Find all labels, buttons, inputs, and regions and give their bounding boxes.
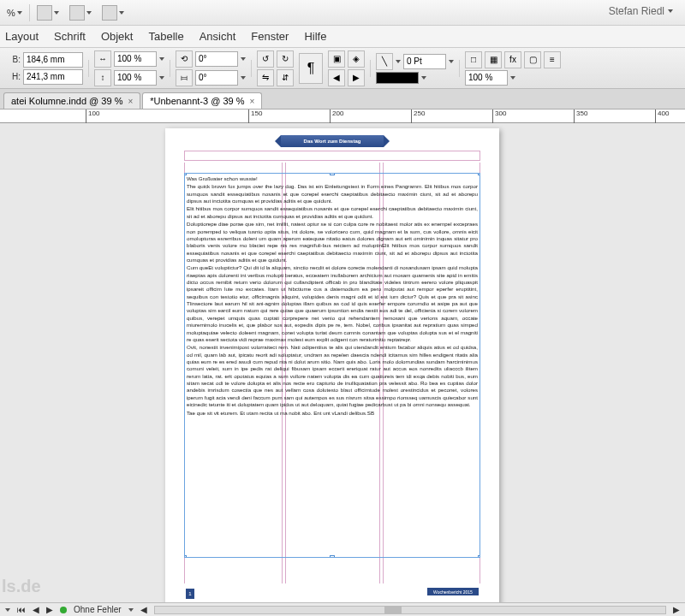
shear-icon: ⧦ [176,69,193,86]
scroll-right-icon[interactable]: ▶ [673,605,680,614]
top-toolbar: % Stefan Riedl [0,0,685,26]
select-container-icon[interactable]: ▣ [328,50,345,68]
text-frame[interactable]: Was Großvater schon wusste! The quick br… [184,173,480,558]
story-p1: The quick brown fox jumps over the lazy … [187,183,478,204]
watermark: ls.de [2,577,41,596]
menu-layout[interactable]: Layout [5,30,39,43]
ruler-tick: 150 [248,110,262,123]
nav-prev-icon[interactable]: ◀ [33,605,39,614]
frame-handle[interactable] [478,555,480,558]
story-p3: Doluptiorepe diae porae que sim, net imi… [187,221,478,264]
page[interactable]: Das Wort zum Dienstag Was Großvater scho… [165,128,499,602]
effects-icon[interactable]: □ [465,51,482,68]
rotation-input[interactable] [195,51,238,67]
tab-kolumne[interactable]: atei Kolumne.indd @ 39 %× [3,92,140,109]
flip-h-icon[interactable]: ⇋ [257,69,274,86]
view-mode-2[interactable] [66,3,95,22]
menu-ansicht[interactable]: Ansicht [200,30,236,43]
corner-icon[interactable]: ▢ [524,51,541,68]
page-header-banner: Das Wort zum Dienstag [281,135,384,147]
width-input[interactable] [23,52,83,68]
flip-v-icon[interactable]: ⇵ [277,69,294,86]
width-label: B: [5,55,21,64]
story-p2: Elit hitibus mos corpor sumquos sandit e… [187,205,478,220]
select-content-icon[interactable]: ◈ [348,50,365,68]
panel-menu-icon[interactable]: ≡ [544,51,561,68]
paragraph-icon[interactable]: ¶ [299,53,323,84]
story-p6: Tae que sit vit eturem. Et utam recita u… [187,410,478,417]
tab-unbenannt[interactable]: *Unbenannt-3 @ 39 %× [142,92,262,109]
nav-next-icon[interactable]: ▶ [46,605,53,614]
frame-handle[interactable] [184,173,187,175]
view-mode-3[interactable] [98,3,128,22]
control-panel: B: H: ↔ ↕ ⟲ ⧦ ↺ ↻ ⇋ ⇵ ¶ ▣◈ ◀▶ ╲ □ ▦ fx [0,48,685,89]
status-bar: ⏮ ◀ ▶ Ohne Fehler ◀ ▶ [0,602,685,616]
page-footer-banner: Wochenbericht 2015 [427,588,479,595]
select-next-icon[interactable]: ▶ [348,69,365,86]
ruler-tick: 100 [86,110,99,123]
story-p5: Ovit, nonestit invenimipost volorraitect… [187,344,478,408]
margin-guide [184,151,480,161]
frame-handle[interactable] [184,555,187,558]
menu-objekt[interactable]: Objekt [101,30,134,43]
page-number: 1 [186,589,194,599]
page-nav-dropdown[interactable] [5,608,10,612]
nav-first-icon[interactable]: ⏮ [17,605,26,614]
wrap-icon[interactable]: ▦ [485,51,502,68]
scale-x-icon: ↔ [94,50,111,68]
opacity-input[interactable] [465,70,508,86]
menu-fenster[interactable]: Fenster [251,30,289,43]
scrollbar-thumb[interactable] [384,607,402,613]
ruler-tick: 250 [411,110,425,123]
document-tabs: atei Kolumne.indd @ 39 %× *Unbenannt-3 @… [0,89,685,110]
rotate-cw-icon[interactable]: ↻ [277,50,294,68]
scale-x-input[interactable] [114,51,157,67]
preflight-ok-icon [60,607,67,613]
preflight-status[interactable]: Ohne Fehler [74,605,122,614]
frame-handle[interactable] [478,173,480,175]
user-menu[interactable]: Stefan Riedl [609,5,673,17]
document-canvas[interactable]: ls.de Das Wort zum Dienstag Was Großvate… [0,123,685,602]
story-title: Was Großvater schon wusste! [187,175,478,182]
stroke-weight-input[interactable] [403,54,446,69]
close-icon[interactable]: × [250,97,255,106]
scale-y-icon: ↕ [94,69,111,86]
horizontal-scrollbar[interactable] [154,606,666,614]
rotate-icon: ⟲ [176,50,193,68]
menu-hilfe[interactable]: Hilfe [304,30,326,43]
zoom-dropdown[interactable]: % [3,6,26,20]
ruler-tick: 400 [655,110,669,123]
stroke-icon: ╲ [376,53,393,70]
height-label: H: [5,72,21,81]
stroke-style-swatch[interactable] [376,72,419,84]
ruler-tick: 350 [574,110,587,123]
menu-tabelle[interactable]: Tabelle [148,30,183,43]
story-p4: Cum queEt voluptictur? Qui dit id la ali… [187,264,478,343]
select-prev-icon[interactable]: ◀ [328,69,345,86]
rotate-ccw-icon[interactable]: ↺ [257,50,274,68]
close-icon[interactable]: × [128,97,133,106]
horizontal-ruler[interactable]: 100 150 200 250 300 350 400 [0,110,685,123]
frame-handle[interactable] [330,173,335,175]
scroll-left-icon[interactable]: ◀ [140,605,147,614]
height-input[interactable] [23,69,83,85]
menu-schrift[interactable]: Schrift [54,30,86,43]
ruler-tick: 300 [492,110,506,123]
frame-handle[interactable] [330,555,335,558]
ruler-tick: 200 [330,110,343,123]
shear-input[interactable] [195,70,238,86]
menu-bar: Layout Schrift Objekt Tabelle Ansicht Fe… [0,26,685,48]
scale-y-input[interactable] [114,70,157,86]
fx-icon[interactable]: fx [504,51,521,68]
view-mode-1[interactable] [33,3,63,22]
